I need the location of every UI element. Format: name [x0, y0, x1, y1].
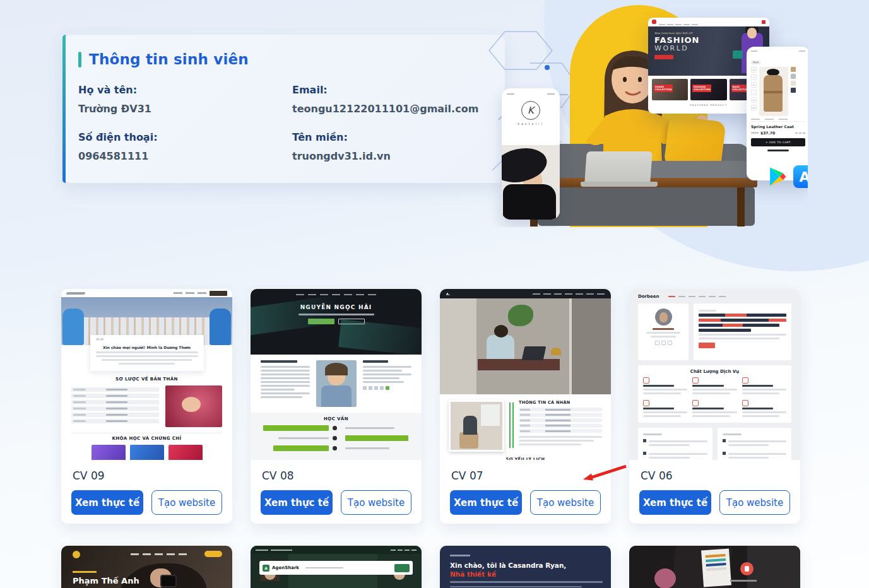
table-leg	[737, 187, 745, 226]
kastelii-photo	[502, 145, 560, 220]
cv06-brand: Dorbeen	[638, 294, 659, 299]
field-value: teongu12122011101@gmail.com	[292, 103, 505, 115]
kastelii-logo-icon: K	[521, 101, 540, 120]
page: Thông tin sinh viên Họ và tên: Trường ĐV…	[0, 0, 869, 588]
couch-seat	[538, 187, 755, 226]
phone-mockup-kastelii: K kastelii	[502, 88, 560, 220]
cv09-about-heading: SƠ LƯỢC VỀ BẢN THÂN	[61, 377, 232, 382]
view-live-button[interactable]: Xem thực tế	[450, 490, 522, 515]
phone-mockup-product: SALE XS S M L XL XXL	[747, 47, 808, 180]
view-live-button[interactable]: Xem thực tế	[639, 490, 711, 515]
contact-button	[204, 551, 222, 557]
collection-tile: FASHION COLLECTION	[690, 79, 726, 100]
about-table	[71, 385, 159, 427]
page-title: Thông tin sinh viên	[89, 51, 249, 68]
field-domain: Tên miền: truongdv31.id.vn	[292, 131, 505, 162]
experience-list-card	[638, 428, 712, 460]
collection-tile: SHOES COLLECTION	[652, 79, 688, 100]
collection-label: FASHION COLLECTION	[692, 85, 711, 92]
field-label: Tên miền:	[292, 131, 505, 143]
product-price: $37.70	[760, 131, 775, 135]
intro-mini-card	[694, 303, 791, 360]
cv-card-09: ❝❝ Xin chào mọi người! Mình là Dương Thơ…	[61, 289, 232, 524]
laptop-base	[581, 182, 658, 187]
kastelii-brand: kastelii	[502, 122, 560, 126]
field-fullname: Họ và tên: Trường ĐV31	[78, 84, 292, 115]
site-logo-icon	[652, 20, 656, 24]
red-badge-icon	[740, 562, 754, 575]
profile-mini-card	[638, 303, 689, 360]
create-website-button[interactable]: Tạo website	[530, 490, 601, 515]
agenshark-brand: AgenShark	[272, 565, 299, 570]
field-label: Email:	[292, 84, 505, 96]
designer-greeting: Xin chào, tôi là Casandra Ryan,	[450, 561, 611, 570]
cv08-education-heading: HỌC VẤN	[251, 416, 422, 421]
view-live-button[interactable]: Xem thực tế	[71, 490, 143, 515]
field-label: Họ và tên:	[78, 84, 292, 96]
agenshark-thumbnail: A AgenShark	[251, 546, 422, 588]
size-options: XS S M L XL XXL	[751, 67, 757, 116]
poster	[701, 549, 731, 587]
photographer-thumbnail: Phạm Thế Anh	[61, 546, 232, 588]
add-to-cart-button: + ADD TO CART	[751, 138, 805, 146]
cv-card-row2-1: Phạm Thế Anh	[61, 546, 232, 588]
designer-thumbnail: Xin chào, tôi là Casandra Ryan, Nhà thiế…	[440, 546, 611, 588]
agenshark-logo-icon: A	[263, 565, 269, 572]
cv-card-row2-3: Xin chào, tôi là Casandra Ryan, Nhà thiế…	[440, 546, 611, 588]
create-website-button[interactable]: Tạo website	[719, 490, 790, 515]
red-arrow-annotation	[579, 462, 631, 484]
avatar	[655, 309, 672, 326]
crest-logo-icon	[73, 551, 80, 558]
cv09-thumbnail: ❝❝ Xin chào mọi người! Mình là Dương Thơ…	[61, 289, 232, 460]
workspace-photo	[440, 298, 611, 394]
shop-now-button	[654, 55, 673, 59]
cv-card-07: A. THÔNG TIN CÁ NHÂN SƠ YẾU LÝ LỊCH	[440, 289, 611, 524]
field-email: Email: teongu12122011101@gmail.com	[292, 84, 505, 115]
cv-card-label: CV 09	[73, 469, 232, 482]
cv09-courses-heading: KHÓA HỌC VÀ CHỨNG CHỈ	[61, 436, 232, 441]
photographer-name: Phạm Thế Anh	[73, 576, 139, 585]
field-value: 0964581111	[78, 150, 292, 162]
field-label: Số điện thoại:	[78, 131, 292, 143]
browser-header	[648, 18, 769, 26]
designer-role: Nhà thiết kế	[450, 570, 611, 578]
dark-studio-thumbnail	[629, 546, 800, 588]
title-accent-bar	[78, 52, 81, 68]
laptop	[584, 151, 652, 183]
cv-card-row2-2: A AgenShark	[251, 546, 422, 588]
color-swatches	[791, 67, 796, 116]
quote-icon: ❝❝	[96, 338, 198, 344]
cv07-thumbnail: A. THÔNG TIN CÁ NHÂN SƠ YẾU LÝ LỊCH	[440, 289, 611, 460]
card-accent-edge	[62, 35, 66, 183]
field-phone: Số điện thoại: 0964581111	[78, 131, 292, 162]
create-website-button[interactable]: Tạo website	[151, 490, 222, 515]
search-button	[394, 564, 410, 572]
hire-button	[699, 343, 715, 348]
cart-icon	[762, 20, 766, 24]
field-value: Trường ĐV31	[78, 103, 292, 115]
quality-section: Chất Lượng Dịch Vụ	[638, 365, 791, 423]
view-live-button[interactable]: Xem thực tế	[261, 490, 333, 515]
student-fields: Họ và tên: Trường ĐV31 Email: teongu1212…	[62, 68, 505, 162]
product-name: Spring Leather Coat	[751, 124, 805, 129]
education-list-card	[718, 428, 792, 460]
portrait-photo	[316, 360, 357, 407]
cv-card-label: CV 06	[641, 469, 800, 482]
cv-card-row2-4	[629, 546, 800, 588]
cv-card-08: NGUYỄN NGỌC HẢI HỌC VẤN	[251, 289, 422, 524]
cv06-quality-heading: Chất Lượng Dịch Vụ	[643, 369, 786, 374]
cv09-quote: Xin chào mọi người! Mình là Dương Thơm	[96, 345, 198, 350]
collection-label: SHOES COLLECTION	[654, 85, 673, 92]
student-info-card: Thông tin sinh viên Họ và tên: Trường ĐV…	[62, 35, 505, 183]
cv-card-06: Dorbeen Chất Lượng D	[629, 289, 800, 524]
cv07-resume-heading: SƠ YẾU LÝ LỊCH	[440, 457, 611, 460]
create-website-button[interactable]: Tạo website	[341, 490, 411, 515]
profile-photo-tile	[449, 400, 504, 452]
app-store-icon: A	[793, 165, 808, 188]
product-photo	[759, 67, 788, 116]
cv08-thumbnail: NGUYỄN NGỌC HẢI HỌC VẤN	[251, 289, 422, 460]
field-value: truongdv31.id.vn	[292, 150, 505, 162]
cv-card-label: CV 08	[262, 469, 422, 482]
cv07-info-heading: THÔNG TIN CÁ NHÂN	[519, 400, 602, 405]
hero-illustration: K kastelii New Collections Upto 50% Off …	[486, 0, 808, 227]
